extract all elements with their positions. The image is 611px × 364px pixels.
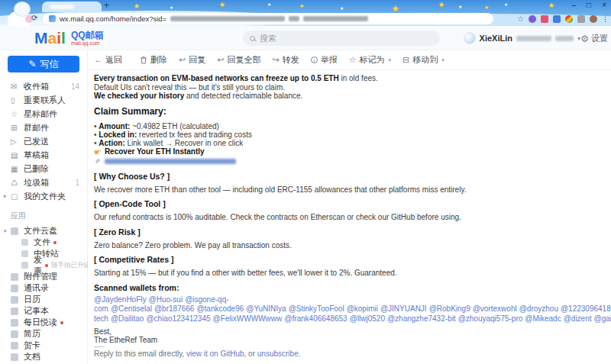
- wallet-handle-link[interactable]: @llwj0520: [350, 314, 385, 323]
- sidebar-folder-item[interactable]: ♺ 垃圾箱 1: [0, 176, 87, 189]
- sidebar-app-subitem[interactable]: 发票 随手拍已升级: [0, 259, 87, 271]
- theme-star: [170, 5, 173, 10]
- user-avatar[interactable]: [464, 32, 476, 44]
- report-button[interactable]: i 举报: [311, 54, 338, 66]
- chevron-down-icon: ▾: [389, 57, 392, 63]
- sidebar-app-item[interactable]: 简历: [0, 328, 87, 340]
- wallet-handle-link[interactable]: @tankcode96: [196, 304, 244, 313]
- search-input[interactable]: [260, 34, 412, 43]
- sidebar-app-subitem[interactable]: 中转站: [0, 248, 87, 259]
- account-menu[interactable]: XieXiLin ▾: [464, 32, 580, 44]
- sidebar-folder-item[interactable]: ▯ 重要联系人: [0, 93, 87, 107]
- wallet-handle-link[interactable]: @gaidajs: [594, 314, 611, 323]
- theme-star: [267, 2, 271, 7]
- address-bar[interactable]: wx.mail.qq.com/home/index?sid=: [43, 13, 493, 24]
- close-button[interactable]: ×: [602, 1, 606, 9]
- sidebar-app-item[interactable]: 文档: [0, 351, 87, 362]
- wallet-handle-link[interactable]: @1223096418: [561, 304, 611, 313]
- minimize-button[interactable]: –: [572, 1, 577, 9]
- url-text: wx.mail.qq.com/home/index?sid=: [60, 14, 166, 23]
- wallet-handle-link[interactable]: @JINYUANJI: [380, 304, 427, 313]
- report-info-icon: i: [311, 56, 318, 63]
- wallet-handle-link[interactable]: @Dailitao: [111, 314, 144, 323]
- refresh-icon[interactable]: ⟳: [31, 14, 37, 22]
- folder-list: ✉ 收件箱 14 ▯ 重要联系人 ☆ 星标邮件: [0, 79, 87, 203]
- app-label: 附件管理: [24, 271, 57, 282]
- wallet-handle-link[interactable]: @FelixWWWWwww: [213, 314, 283, 323]
- wallet-handle-link[interactable]: @RobKing9: [429, 304, 470, 313]
- app-label: 日历: [24, 294, 40, 305]
- search-box[interactable]: [243, 31, 440, 46]
- email-section: [ Zero Risk ] Zero balance? Zero problem…: [94, 227, 611, 250]
- bookmark-star-icon[interactable]: ☆: [517, 14, 524, 23]
- gear-icon: ⚙: [580, 34, 589, 44]
- sidebar-app-item[interactable]: ▾ 文件云盘: [0, 225, 87, 237]
- reply-all-button[interactable]: ↩ 回复全部: [217, 54, 260, 66]
- sidebar-folder-item[interactable]: ▷ 已发送: [0, 134, 87, 148]
- wallet-handle-link[interactable]: @Huo-sui: [149, 295, 183, 304]
- unsubscribe-link[interactable]: unsubscribe: [257, 350, 299, 358]
- section-body: Starting at 15% — but if you find a othe…: [94, 269, 611, 278]
- extension-icon[interactable]: [541, 15, 548, 23]
- sidebar-app-subitem[interactable]: 文件: [0, 237, 87, 248]
- wallet-handle-link[interactable]: @br187666: [154, 304, 194, 313]
- wallet-handle-link[interactable]: @frank406648653: [284, 314, 347, 323]
- sidebar-app-item[interactable]: 每日悦读: [0, 317, 87, 328]
- wallet-handle-link[interactable]: @zhouyaqi575-pro: [458, 314, 523, 323]
- wallet-handle-link[interactable]: @zhangzhe7432-bit: [387, 314, 456, 323]
- sidebar-folder-item[interactable]: ⊞ 群邮件: [0, 121, 87, 134]
- sidebar-app-item[interactable]: 通讯录: [0, 282, 87, 294]
- extension-icon[interactable]: [529, 15, 536, 23]
- sidebar-app-item[interactable]: 日历: [0, 294, 87, 305]
- sidebar-folder-item[interactable]: ☆ 星标邮件: [0, 107, 87, 121]
- claim-bullet: Locked in: reverted tx fees and trading …: [94, 130, 611, 139]
- settings-button[interactable]: ⚙ 设置: [580, 33, 608, 44]
- reply-icon: ↩: [179, 56, 186, 64]
- wallet-handle-link[interactable]: @chiao123412345: [146, 314, 210, 323]
- browser-menu-icon[interactable]: ⋮: [602, 15, 609, 23]
- red-dot-badge: [53, 241, 57, 244]
- sidebar-folder-item[interactable]: ▤ 草稿箱: [0, 148, 87, 162]
- sidebar: ✎ 写信 ✉ 收件箱 14 ▯ 重要联系人: [0, 50, 88, 364]
- compose-pencil-icon: ✎: [28, 59, 36, 69]
- app-label: 文件云盘: [24, 225, 57, 237]
- folder-icon: ▷: [11, 137, 24, 146]
- sidebar-app-item[interactable]: 贺卡: [0, 340, 87, 351]
- mark-as-button[interactable]: ☆ 标记为 ▾: [349, 54, 391, 66]
- section-title: [ Zero Risk ]: [94, 227, 611, 237]
- extension-icon[interactable]: [565, 15, 573, 23]
- sidebar-folder-item[interactable]: ▸ ▢ 我的文件夹: [0, 189, 87, 203]
- forward-button[interactable]: ↪ 转发: [272, 54, 299, 66]
- redacted-link[interactable]: [105, 159, 236, 164]
- wallet-handle-link[interactable]: @dizent: [564, 314, 592, 323]
- wallet-handle-link[interactable]: @YuNINIya: [246, 304, 286, 313]
- wallet-handle-link[interactable]: @Mikeadc: [525, 314, 561, 323]
- site-info-icon[interactable]: [49, 15, 56, 22]
- wallet-handle-link[interactable]: @vortexwohl: [473, 304, 517, 313]
- new-tab-button[interactable]: +: [104, 0, 109, 11]
- wallet-handle-link[interactable]: @droyzhou: [519, 304, 558, 313]
- sidebar-app-item[interactable]: 记事本: [0, 305, 87, 317]
- extensions-puzzle-icon[interactable]: [577, 15, 585, 23]
- wallet-handle-link[interactable]: @kopimii: [347, 304, 378, 313]
- wallet-handle-link[interactable]: @StinkyTooFool: [289, 304, 344, 313]
- wallet-handle-link[interactable]: @Centiselal: [111, 304, 152, 313]
- delete-button[interactable]: 删除: [140, 54, 167, 66]
- back-button[interactable]: ← 返回: [94, 54, 122, 66]
- sidebar-folder-item[interactable]: ▦ 已删除: [0, 162, 87, 176]
- maximize-button[interactable]: □: [587, 1, 591, 9]
- extension-icon[interactable]: [553, 15, 561, 23]
- move-to-button[interactable]: ⊟ 移动到 ▾: [402, 54, 445, 66]
- browser-profile-avatar[interactable]: [590, 15, 597, 23]
- sidebar-folder-item[interactable]: ✉ 收件箱 14: [0, 79, 87, 93]
- section-title: [ Open-Code Tool ]: [94, 199, 611, 208]
- section-title: [ Why Choose Us? ]: [94, 172, 611, 181]
- star-icon: ☆: [349, 56, 357, 64]
- view-on-github-link[interactable]: view it on GitHub: [186, 350, 244, 358]
- back-arrow-icon: ←: [94, 56, 102, 64]
- reply-button[interactable]: ↩ 回复: [179, 54, 205, 66]
- wallet-handle-link[interactable]: @JaydenHoFly: [94, 295, 147, 304]
- compose-button[interactable]: ✎ 写信: [8, 56, 79, 72]
- sidebar-app-item[interactable]: 附件管理: [0, 271, 87, 282]
- browser-tab[interactable]: [42, 2, 102, 12]
